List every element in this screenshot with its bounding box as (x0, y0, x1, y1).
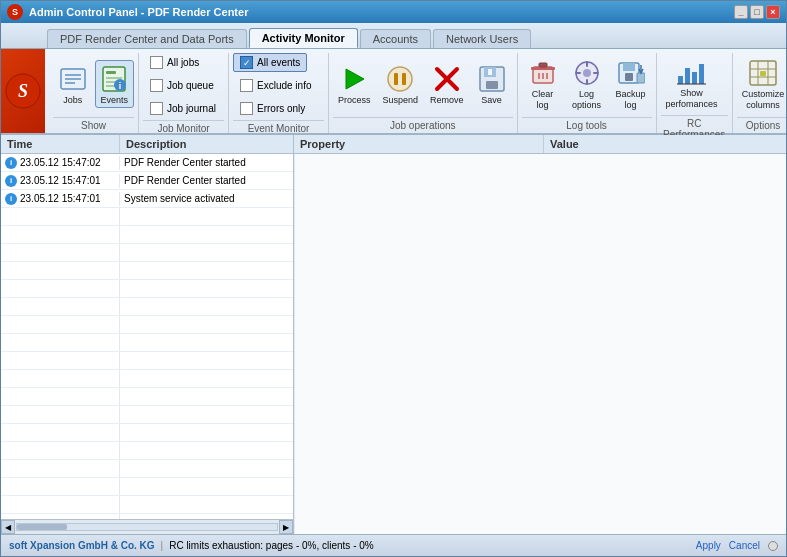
log-row[interactable]: i 23.05.12 15:47:01 System service activ… (1, 190, 293, 208)
apply-button[interactable]: Apply (696, 540, 721, 551)
clear-log-icon (527, 57, 559, 89)
errors-only-label: Errors only (257, 103, 305, 114)
all-jobs-button[interactable]: All jobs (143, 53, 206, 72)
errors-only-button[interactable]: Errors only (233, 99, 312, 118)
process-icon (338, 63, 370, 95)
log-options-label: Logoptions (572, 89, 601, 111)
svg-point-30 (583, 69, 591, 77)
exclude-info-label: Exclude info (257, 80, 311, 91)
toolbar-group-rc-perf: Showperfomances RC Performances (657, 53, 733, 133)
svg-rect-7 (106, 71, 116, 74)
toolbar-group-log-tools: Clearlog (518, 53, 657, 133)
event-monitor-group-label: Event Monitor (233, 120, 324, 134)
svg-rect-16 (402, 73, 406, 85)
show-performances-label: Showperfomances (666, 88, 718, 110)
tab-pdf-render[interactable]: PDF Render Center and Data Ports (47, 29, 247, 48)
remove-button[interactable]: Remove (425, 60, 469, 109)
status-right: Apply Cancel (696, 540, 778, 551)
log-row-empty (1, 208, 293, 226)
scroll-left-arrow[interactable]: ◀ (1, 520, 15, 534)
show-group-label: Show (53, 117, 134, 131)
cancel-button[interactable]: Cancel (729, 540, 760, 551)
svg-rect-34 (593, 72, 599, 74)
show-performances-button[interactable]: Showperfomances (661, 53, 723, 113)
customize-columns-button[interactable]: Customizecolumns (737, 54, 787, 114)
minimize-button[interactable]: _ (734, 5, 748, 19)
app-logo: S (1, 49, 45, 133)
tab-accounts[interactable]: Accounts (360, 29, 431, 48)
log-row-empty (1, 442, 293, 460)
log-row-empty (1, 298, 293, 316)
log-column-headers: Time Description (1, 135, 293, 154)
log-cell-time: i 23.05.12 15:47:02 (1, 156, 120, 170)
log-row-empty (1, 280, 293, 298)
jobs-label: Jobs (63, 95, 82, 106)
svg-point-14 (388, 67, 412, 91)
customize-columns-icon (747, 57, 779, 89)
log-row-empty (1, 424, 293, 442)
save-button[interactable]: Save (471, 60, 513, 109)
title-bar: S Admin Control Panel - PDF Render Cente… (1, 1, 786, 23)
log-row[interactable]: i 23.05.12 15:47:02 PDF Render Center st… (1, 154, 293, 172)
svg-rect-36 (623, 63, 635, 71)
tab-activity-monitor[interactable]: Activity Monitor (249, 28, 358, 48)
backup-log-label: Backuplog (616, 89, 646, 111)
process-button[interactable]: Process (333, 60, 376, 109)
tab-network-users[interactable]: Network Users (433, 29, 531, 48)
svg-rect-25 (539, 63, 547, 67)
jobs-button[interactable]: Jobs (53, 60, 93, 109)
maximize-button[interactable]: □ (750, 5, 764, 19)
info-icon: i (5, 175, 17, 187)
main-window: S Admin Control Panel - PDF Render Cente… (0, 0, 787, 557)
svg-rect-42 (692, 72, 697, 84)
log-time-value: 23.05.12 15:47:01 (20, 193, 101, 204)
svg-rect-50 (760, 71, 766, 76)
suspend-icon (384, 63, 416, 95)
exclude-info-button[interactable]: Exclude info (233, 76, 318, 95)
events-button[interactable]: i Events (95, 60, 135, 109)
scroll-right-arrow[interactable]: ▶ (279, 520, 293, 534)
log-row[interactable]: i 23.05.12 15:47:01 PDF Render Center st… (1, 172, 293, 190)
log-desc-header: Description (120, 135, 293, 153)
backup-log-icon (615, 57, 647, 89)
horizontal-scrollbar[interactable]: ◀ ▶ (1, 519, 293, 534)
svg-text:i: i (119, 81, 122, 91)
job-queue-button[interactable]: Job queue (143, 76, 221, 95)
event-monitor-buttons: ✓ All events Exclude info Errors only (233, 53, 324, 118)
status-separator: | (161, 540, 164, 551)
svg-rect-43 (699, 64, 704, 84)
log-desc-value: PDF Render Center started (120, 156, 293, 169)
job-journal-button[interactable]: Job journal (143, 99, 223, 118)
scroll-track[interactable] (16, 523, 278, 531)
info-icon: i (5, 193, 17, 205)
app-logo-icon: S (7, 4, 23, 20)
svg-rect-15 (394, 73, 398, 85)
content-area: Time Description i 23.05.12 15:47:02 PDF… (1, 135, 786, 534)
status-left: soft Xpansion GmbH & Co. KG | RC limits … (9, 540, 374, 551)
events-icon: i (98, 63, 130, 95)
log-options-icon (571, 57, 603, 89)
log-cell-time: i 23.05.12 15:47:01 (1, 192, 120, 206)
all-events-button[interactable]: ✓ All events (233, 53, 307, 72)
svg-rect-32 (586, 79, 588, 85)
log-time-value: 23.05.12 15:47:01 (20, 175, 101, 186)
backup-log-button[interactable]: Backuplog (610, 54, 652, 114)
close-button[interactable]: × (766, 5, 780, 19)
value-header: Value (544, 135, 786, 153)
svg-rect-41 (685, 68, 690, 84)
scroll-thumb[interactable] (17, 524, 67, 530)
status-indicator (768, 541, 778, 551)
errors-only-checkbox (240, 102, 253, 115)
toolbar-content: Jobs i (45, 49, 787, 133)
toolbar-group-options: Customizecolumns Options (733, 53, 787, 133)
log-row-empty (1, 352, 293, 370)
log-row-empty (1, 262, 293, 280)
log-row-empty (1, 316, 293, 334)
svg-marker-13 (346, 69, 364, 89)
svg-rect-31 (586, 61, 588, 67)
suspend-button[interactable]: Suspend (378, 60, 424, 109)
clear-log-button[interactable]: Clearlog (522, 54, 564, 114)
all-events-label: All events (257, 57, 300, 68)
log-options-button[interactable]: Logoptions (566, 54, 608, 114)
all-events-checkbox: ✓ (240, 56, 253, 69)
